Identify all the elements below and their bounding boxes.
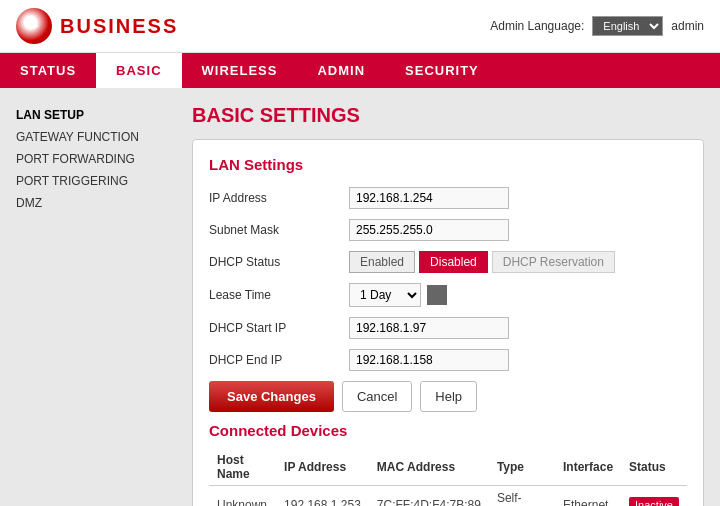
status-badge: Inactive [629,497,679,506]
dhcp-toggle-group: Enabled Disabled DHCP Reservation [349,251,615,273]
nav-item-security[interactable]: SECURITY [385,53,499,88]
cancel-button[interactable]: Cancel [342,381,412,412]
lease-time-label: Lease Time [209,288,349,302]
ip-address-label: IP Address [209,191,349,205]
connected-devices-table: Host Name IP Address MAC Address Type In… [209,449,687,506]
col-mac-address: MAC Address [369,449,489,486]
page-title: BASIC SETTINGS [192,104,704,127]
dhcp-reservation-button[interactable]: DHCP Reservation [492,251,615,273]
connected-devices-section: Connected Devices Host Name IP Address M… [209,422,687,506]
lan-settings-title: LAN Settings [209,156,687,173]
col-status: Status [621,449,687,486]
table-header-row: Host Name IP Address MAC Address Type In… [209,449,687,486]
col-ip-address: IP Address [276,449,369,486]
sidebar-item-lan-setup[interactable]: LAN SETUP [16,104,176,126]
dhcp-start-row: DHCP Start IP [209,317,687,339]
cell-status: Inactive [621,486,687,507]
dhcp-end-input[interactable] [349,349,509,371]
admin-username: admin [671,19,704,33]
dhcp-status-label: DHCP Status [209,255,349,269]
col-type: Type [489,449,555,486]
main-nav: STATUS BASIC WIRELESS ADMIN SECURITY [0,53,720,88]
ip-address-input[interactable] [349,187,509,209]
lease-time-row: Lease Time 1 Day 2 Days 7 Days [209,283,687,307]
dhcp-end-row: DHCP End IP [209,349,687,371]
col-host-name: Host Name [209,449,276,486]
main-content: BASIC SETTINGS LAN Settings IP Address S… [192,104,704,506]
dhcp-enabled-button[interactable]: Enabled [349,251,415,273]
sidebar-item-gateway-function[interactable]: GATEWAY FUNCTION [16,126,176,148]
save-changes-button[interactable]: Save Changes [209,381,334,412]
sidebar: LAN SETUP GATEWAY FUNCTION PORT FORWARDI… [16,104,176,506]
sidebar-item-dmz[interactable]: DMZ [16,192,176,214]
logo-icon: ✦ [16,8,52,44]
nav-item-status[interactable]: STATUS [0,53,96,88]
admin-area: Admin Language: English admin [490,16,704,36]
subnet-mask-input[interactable] [349,219,509,241]
cell-type: Self-assigned [489,486,555,507]
ip-address-row: IP Address [209,187,687,209]
connected-devices-title: Connected Devices [209,422,687,439]
lan-settings-card: LAN Settings IP Address Subnet Mask DHCP… [192,139,704,506]
lease-icon [427,285,447,305]
cell-ip-address: 192.168.1.253 [276,486,369,507]
nav-item-admin[interactable]: ADMIN [297,53,385,88]
dhcp-start-label: DHCP Start IP [209,321,349,335]
cell-interface: Ethernet [555,486,621,507]
language-select[interactable]: English [592,16,663,36]
nav-item-basic[interactable]: BASIC [96,53,181,88]
dhcp-disabled-button[interactable]: Disabled [419,251,488,273]
cell-mac-address: 7C:FF:4D:F4:7B:89 [369,486,489,507]
admin-language-label: Admin Language: [490,19,584,33]
subnet-mask-row: Subnet Mask [209,219,687,241]
sidebar-item-port-triggering[interactable]: PORT TRIGGERING [16,170,176,192]
nav-item-wireless[interactable]: WIRELESS [182,53,298,88]
action-bar: Save Changes Cancel Help [209,381,687,412]
sidebar-item-port-forwarding[interactable]: PORT FORWARDING [16,148,176,170]
dhcp-status-row: DHCP Status Enabled Disabled DHCP Reserv… [209,251,687,273]
help-button[interactable]: Help [420,381,477,412]
cell-host-name: Unknown [209,486,276,507]
subnet-mask-label: Subnet Mask [209,223,349,237]
logo-text: BUSINESS [60,15,178,38]
dhcp-start-input[interactable] [349,317,509,339]
lease-time-select[interactable]: 1 Day 2 Days 7 Days [349,283,421,307]
logo-area: ✦ BUSINESS [16,8,178,44]
col-interface: Interface [555,449,621,486]
header: ✦ BUSINESS Admin Language: English admin [0,0,720,53]
lease-time-controls: 1 Day 2 Days 7 Days [349,283,447,307]
content-area: LAN SETUP GATEWAY FUNCTION PORT FORWARDI… [0,88,720,506]
table-row: Unknown 192.168.1.253 7C:FF:4D:F4:7B:89 … [209,486,687,507]
dhcp-end-label: DHCP End IP [209,353,349,367]
